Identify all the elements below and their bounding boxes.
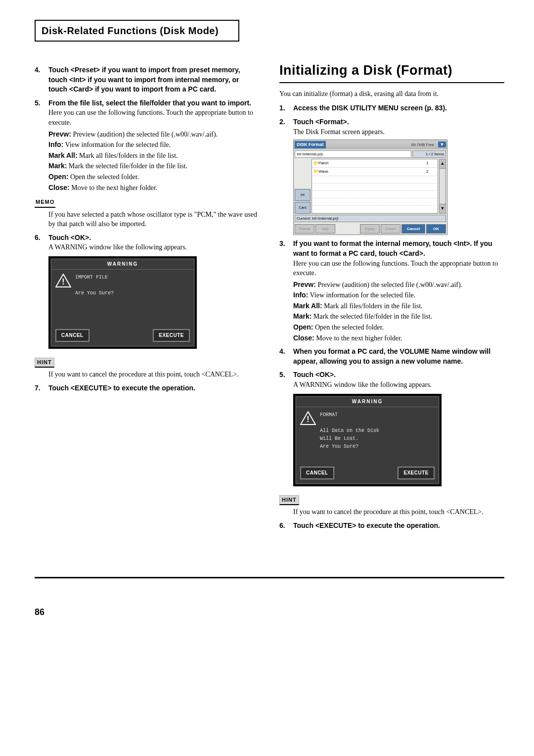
warning-text: IMPORT FILE Are You Sure? — [75, 274, 114, 323]
card-drive-icon[interactable]: Card — [295, 202, 311, 214]
step-title: Touch <OK>. — [48, 233, 260, 243]
step-title: From the file list, select the file/fold… — [48, 98, 260, 108]
execute-button[interactable]: EXECUTE — [153, 329, 190, 342]
execute-button[interactable]: EXECUTE — [398, 467, 435, 479]
step-number: 6. — [279, 521, 293, 531]
svg-text:!: ! — [62, 278, 64, 286]
cancel-button[interactable]: CANCEL — [300, 467, 334, 479]
svg-text:!: ! — [307, 415, 309, 424]
step-number: 5. — [279, 370, 293, 389]
hint-text: If you want to cancel the procedure at t… — [35, 370, 260, 379]
open-button[interactable]: Open — [360, 224, 380, 234]
step-title: Access the DISK UTILITY MENU screen (p. … — [293, 103, 504, 113]
warning-text: FORMAT All Data on the Disk Will Be Lost… — [320, 411, 379, 461]
step-body: A WARNING window like the following appe… — [48, 242, 260, 252]
func-prevw: Prevw: Preview (audition) the selected f… — [35, 130, 260, 140]
two-column-layout: 4. Touch <Preset> if you want to import … — [35, 61, 504, 532]
chapter-title: Disk-Related Functions (Disk Mode) — [42, 25, 219, 36]
step-5: 5. Touch <OK>. A WARNING window like the… — [279, 370, 504, 389]
step-7: 7. Touch <EXECUTE> to execute the operat… — [35, 383, 260, 393]
step-body: Here you can use the following functions… — [293, 259, 504, 278]
intro-text: You can initialize (format) a disk, eras… — [279, 89, 504, 99]
memo-label: MEMO — [35, 198, 55, 207]
section-heading: Initializing a Disk (Format) — [279, 61, 504, 83]
step-number: 4. — [279, 347, 293, 366]
step-body: Here you can use the following functions… — [48, 108, 260, 127]
item-count: 1 / 2 Items — [412, 150, 446, 158]
prevw-button[interactable]: Prevw — [295, 224, 314, 234]
step-number: 2. — [279, 117, 293, 137]
func-open: Open: Open the selected folder. — [35, 172, 260, 182]
func-info: Info: View information for the selected … — [35, 140, 260, 150]
warning-title: WARNING — [296, 397, 439, 407]
step-title: Touch <Preset> if you want to import fro… — [48, 65, 260, 94]
memo-text: If you have selected a patch whose oscil… — [35, 210, 260, 229]
func-mark: Mark: Mark the selected file/folder in t… — [35, 161, 260, 171]
step-number: 6. — [35, 233, 48, 252]
func-close: Close: Move to the next higher folder. — [35, 183, 260, 193]
warning-dialog-format: WARNING ! FORMAT All Data on the Disk Wi… — [293, 394, 442, 486]
ok-button[interactable]: OK — [426, 224, 446, 234]
step-4: 4. When you format a PC card, the VOLUME… — [279, 347, 504, 366]
func-info: Info: View information for the selected … — [279, 290, 504, 300]
step-2: 2. Touch <Format>. The Disk Format scree… — [279, 117, 504, 137]
step-3: 3. If you want to format the internal me… — [279, 239, 504, 278]
func-markall: Mark All: Mark all files/folders in the … — [35, 151, 260, 161]
warning-title: WARNING — [51, 259, 194, 270]
list-item[interactable]: 📁Patch1 — [312, 159, 438, 168]
step-title: Touch <OK>. — [293, 370, 504, 380]
step-title: When you format a PC card, the VOLUME Na… — [293, 347, 504, 366]
step-number: 7. — [35, 383, 48, 393]
cancel-button[interactable]: Cancel — [401, 224, 425, 234]
warning-icon: ! — [300, 411, 316, 425]
list-item[interactable]: 📁Wave2 — [312, 168, 438, 176]
info-button[interactable]: Info — [315, 224, 335, 234]
step-number: 4. — [35, 65, 48, 94]
free-space-label: 66.7MB Free — [411, 142, 436, 147]
left-column: 4. Touch <Preset> if you want to import … — [35, 61, 260, 532]
int-drive-icon[interactable]: Int — [295, 189, 311, 201]
scroll-up-icon[interactable]: ▲ — [439, 159, 446, 169]
func-prevw: Prevw: Preview (audition) the selected f… — [279, 280, 504, 290]
scroll-down-icon[interactable]: ▼ — [439, 204, 446, 214]
warning-dialog-import: WARNING ! IMPORT FILE Are You Sure? CANC… — [48, 256, 197, 349]
footer-rule: 86 — [35, 577, 504, 618]
step-body: A WARNING window like the following appe… — [293, 380, 504, 390]
step-body: The Disk Format screen appears. — [293, 127, 504, 137]
scrollbar[interactable]: ▲ ▼ — [439, 159, 446, 214]
cancel-button[interactable]: CANCEL — [55, 329, 89, 342]
disk-format-screenshot: DISK Format 66.7MB Free ▼ Int:\Internal.… — [293, 140, 447, 235]
func-open: Open: Open the selected folder. — [279, 323, 504, 332]
step-title: Touch <EXECUTE> to execute the operation… — [293, 521, 504, 531]
step-4: 4. Touch <Preset> if you want to import … — [35, 65, 260, 94]
dropdown-arrow-icon[interactable]: ▼ — [438, 142, 446, 147]
path-field[interactable]: Int:\Internal.prj\ — [295, 150, 411, 158]
hint-label: HINT — [279, 495, 299, 505]
step-1: 1. Access the DISK UTILITY MENU screen (… — [279, 103, 504, 113]
step-5: 5. From the file list, select the file/f… — [35, 98, 260, 128]
hint-label: HINT — [35, 358, 54, 368]
right-column: Initializing a Disk (Format) You can ini… — [279, 61, 504, 532]
page-number: 86 — [35, 606, 504, 618]
step-title: If you want to format the internal memor… — [293, 239, 504, 258]
step-title: Touch <EXECUTE> to execute the operation… — [48, 383, 260, 393]
file-list[interactable]: 📁Patch1 📁Wave2 — [312, 159, 438, 214]
func-close: Close: Move to the next higher folder. — [279, 333, 504, 343]
step-number: 3. — [279, 239, 293, 278]
step-number: 1. — [279, 103, 293, 113]
func-markall: Mark All: Mark all files/folders in the … — [279, 301, 504, 311]
step-6: 6. Touch <OK>. A WARNING window like the… — [35, 233, 260, 252]
func-mark: Mark: Mark the selected file/folder in t… — [279, 312, 504, 322]
window-title: DISK Format — [295, 141, 326, 148]
current-path: Current: Int:\Internal.prj\ — [295, 215, 446, 222]
step-title: Touch <Format>. — [293, 117, 504, 127]
warning-icon: ! — [55, 274, 71, 287]
hint-text: If you want to cancel the procedure at t… — [279, 507, 504, 517]
step-6: 6. Touch <EXECUTE> to execute the operat… — [279, 521, 504, 531]
chapter-title-box: Disk-Related Functions (Disk Mode) — [35, 20, 239, 42]
step-number: 5. — [35, 98, 48, 128]
close-button[interactable]: Close — [381, 224, 400, 234]
